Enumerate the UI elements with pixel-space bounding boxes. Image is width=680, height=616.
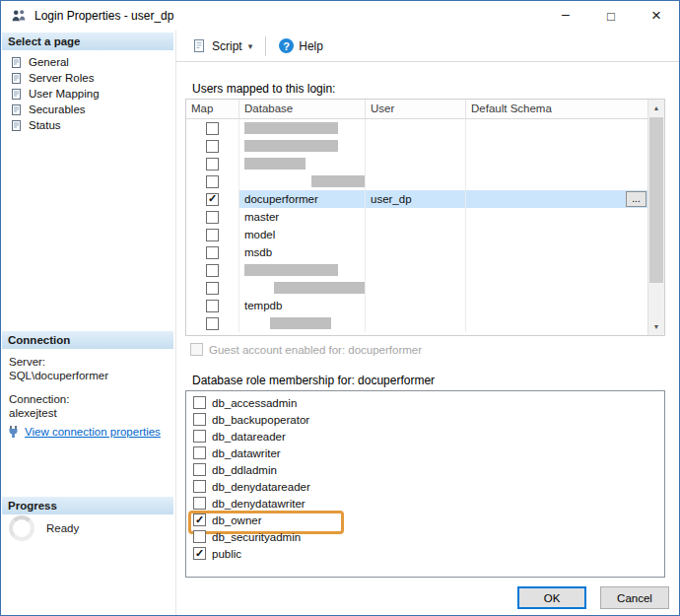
default-schema-browse-button[interactable]: ... [626,191,646,207]
checkbox[interactable] [193,530,206,543]
close-button[interactable]: × [634,1,679,31]
database-cell [239,172,366,190]
sidebar-item-user-mapping[interactable]: User Mapping [3,86,173,102]
role-item-db_securityadmin[interactable]: db_securityadmin [186,528,664,545]
checkbox[interactable] [193,547,206,560]
role-item-public[interactable]: public [186,545,664,562]
checkbox[interactable] [193,480,206,493]
checkbox[interactable] [193,513,206,526]
table-row[interactable] [186,314,647,332]
user-cell [366,208,466,226]
table-row[interactable] [186,279,647,297]
sidebar-item-securables[interactable]: Securables [3,102,173,117]
table-row[interactable]: model [186,226,647,243]
role-label: db_accessadmin [212,397,297,409]
column-header-database[interactable]: Database [239,100,366,118]
sidebar-item-label: Status [29,119,61,131]
view-connection-properties-link[interactable]: View connection properties [7,425,161,439]
role-label: db_backupoperator [212,414,309,426]
ok-button[interactable]: OK [517,586,586,609]
checkbox[interactable] [206,300,219,312]
scroll-up-icon[interactable]: ▲ [648,100,664,116]
role-item-db_accessadmin[interactable]: db_accessadmin [186,394,664,411]
checkbox[interactable] [206,229,219,241]
redacted-text [244,122,338,134]
role-item-db_owner[interactable]: db_owner [186,512,664,528]
scrollbar-thumb[interactable] [649,117,663,283]
checkbox[interactable] [206,282,219,295]
minimize-button[interactable]: – [543,1,588,31]
role-item-db_datareader[interactable]: db_datareader [186,428,664,445]
sidebar-item-general[interactable]: General [3,54,173,70]
table-scrollbar[interactable]: ▲ ▼ [647,100,664,335]
role-label: public [212,548,241,560]
sidebar-item-server-roles[interactable]: Server Roles [3,70,173,86]
table-row[interactable]: msdb [186,243,647,261]
map-cell [186,208,239,226]
checkbox[interactable] [193,463,206,476]
table-row[interactable] [186,155,647,172]
table-row[interactable] [186,137,647,155]
redacted-text [274,282,365,294]
guest-account-checkbox [190,343,203,356]
database-name: tempdb [244,300,282,311]
minimize-icon: – [562,6,570,22]
help-button[interactable]: ? Help [273,35,329,56]
default-schema-cell [466,279,647,297]
redacted-text [244,264,338,276]
table-row[interactable] [186,172,647,190]
checkbox[interactable] [206,264,219,277]
user-name: user_dp [371,193,412,205]
default-schema-cell [466,243,647,261]
checkbox[interactable] [206,317,219,330]
role-item-db_datawriter[interactable]: db_datawriter [186,445,664,461]
checkbox[interactable] [193,446,206,459]
script-button[interactable]: Script ▾ [186,35,258,56]
column-header-default-schema[interactable]: Default Schema [466,100,647,118]
sidebar-item-label: Server Roles [29,72,94,84]
cancel-button[interactable]: Cancel [600,586,669,609]
user-cell: user_dp [366,190,466,208]
role-label: db_datawriter [212,447,281,459]
sidebar-item-label: Securables [29,103,86,115]
page-icon [10,103,23,116]
guest-account-label: Guest account enabled for: docuperformer [209,344,422,356]
default-schema-cell [466,314,647,332]
role-membership-label: Database role membership for: docuperfor… [192,374,435,387]
window-title: Login Properties - user_dp [34,9,173,23]
maximize-button[interactable]: □ [588,1,634,31]
checkbox[interactable] [193,497,206,510]
column-header-user[interactable]: User [366,100,466,118]
checkbox[interactable] [206,122,219,135]
checkbox[interactable] [193,396,206,409]
role-item-db_denydatawriter[interactable]: db_denydatawriter [186,495,664,512]
sidebar-item-status[interactable]: Status [3,117,173,133]
column-header-map[interactable]: Map [186,100,239,118]
checkbox[interactable] [206,158,219,171]
table-row[interactable]: docuperformeruser_dp... [186,190,647,208]
database-cell [239,261,366,279]
role-item-db_denydatareader[interactable]: db_denydatareader [186,478,664,495]
role-item-db_backupoperator[interactable]: db_backupoperator [186,411,664,428]
table-row[interactable]: tempdb [186,297,647,314]
user-cell [366,226,466,243]
role-item-db_ddladmin[interactable]: db_ddladmin [186,461,664,478]
checkbox[interactable] [206,193,219,206]
table-row[interactable]: master [186,208,647,226]
table-row[interactable] [186,261,647,279]
map-cell [186,297,239,314]
checkbox[interactable] [206,246,219,259]
checkbox[interactable] [193,430,206,443]
checkbox[interactable] [206,211,219,224]
scroll-down-icon[interactable]: ▼ [648,318,664,335]
default-schema-cell [466,261,647,279]
select-page-header: Select a page [2,33,173,50]
server-label: Server: [9,356,45,368]
checkbox[interactable] [193,413,206,426]
checkbox[interactable] [206,140,219,153]
table-row[interactable] [186,119,647,137]
default-schema-cell: ... [466,190,647,208]
checkbox[interactable] [206,175,219,188]
login-users-icon [11,8,27,24]
window-controls: – □ × [543,1,679,31]
